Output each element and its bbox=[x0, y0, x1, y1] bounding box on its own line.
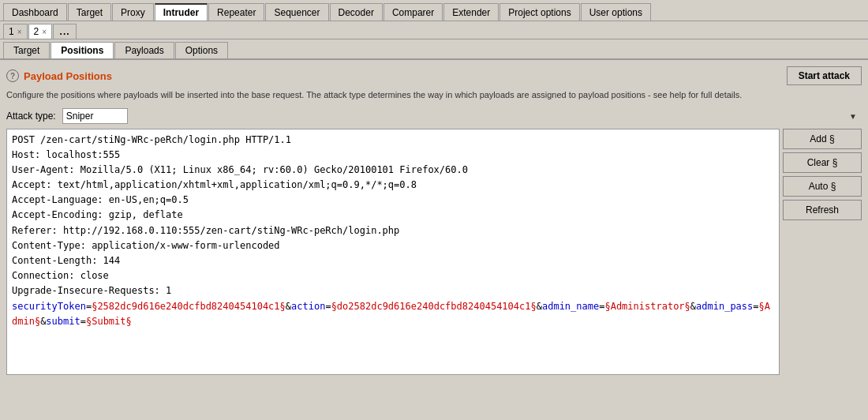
num-tab-2-label: 2 bbox=[34, 26, 39, 37]
refresh-button[interactable]: Refresh bbox=[783, 200, 862, 220]
editor-row: POST /zen-cart/stiNg-WRc-peRch/login.php… bbox=[6, 129, 862, 375]
tab-project-options[interactable]: Project options bbox=[499, 3, 579, 21]
tab-decoder[interactable]: Decoder bbox=[330, 3, 383, 21]
attack-type-select-wrapper: Sniper Battering ram Pitchfork Cluster b… bbox=[62, 108, 862, 124]
main-content: ? Payload Positions Start attack Configu… bbox=[0, 60, 868, 375]
tab-extender[interactable]: Extender bbox=[443, 3, 499, 21]
sub-tab-positions[interactable]: Positions bbox=[51, 42, 114, 58]
attack-type-select[interactable]: Sniper Battering ram Pitchfork Cluster b… bbox=[62, 108, 128, 124]
attack-type-row: Attack type: Sniper Battering ram Pitchf… bbox=[6, 108, 862, 124]
section-title: Payload Positions bbox=[24, 70, 112, 82]
editor-container: POST /zen-cart/stiNg-WRc-peRch/login.php… bbox=[6, 129, 780, 375]
editor-content[interactable]: POST /zen-cart/stiNg-WRc-peRch/login.php… bbox=[7, 129, 779, 374]
num-tab-1[interactable]: 1 × bbox=[3, 24, 28, 39]
tab-target[interactable]: Target bbox=[68, 3, 111, 21]
clear-button[interactable]: Clear § bbox=[783, 152, 862, 173]
sub-tab-options[interactable]: Options bbox=[175, 42, 228, 58]
num-tab-2-close[interactable]: × bbox=[42, 28, 47, 36]
attack-type-label: Attack type: bbox=[6, 111, 56, 122]
num-tab-1-close[interactable]: × bbox=[17, 28, 22, 36]
tab-dashboard[interactable]: Dashboard bbox=[3, 3, 67, 21]
tab-intruder[interactable]: Intruder bbox=[155, 3, 208, 21]
section-description: Configure the positions where payloads w… bbox=[6, 88, 862, 102]
add-button[interactable]: Add § bbox=[783, 129, 862, 149]
tab-repeater[interactable]: Repeater bbox=[208, 3, 264, 21]
num-tab-2[interactable]: 2 × bbox=[28, 24, 53, 39]
top-nav: Dashboard Target Proxy Intruder Repeater… bbox=[0, 0, 868, 21]
tab-sequencer[interactable]: Sequencer bbox=[265, 3, 328, 21]
num-tab-1-label: 1 bbox=[9, 26, 14, 37]
num-tab-more-label: ... bbox=[60, 26, 70, 37]
sub-tabs-bar: Target Positions Payloads Options bbox=[0, 39, 868, 60]
auto-button[interactable]: Auto § bbox=[783, 176, 862, 197]
tab-proxy[interactable]: Proxy bbox=[112, 3, 154, 21]
num-tabs-bar: 1 × 2 × ... bbox=[0, 21, 868, 39]
start-attack-button[interactable]: Start attack bbox=[787, 66, 862, 85]
sub-tab-target[interactable]: Target bbox=[3, 42, 50, 58]
tab-user-options[interactable]: User options bbox=[581, 3, 651, 21]
sub-tab-payloads[interactable]: Payloads bbox=[114, 42, 174, 58]
side-buttons: Add § Clear § Auto § Refresh bbox=[783, 129, 862, 375]
section-header: ? Payload Positions Start attack bbox=[6, 66, 862, 85]
help-icon[interactable]: ? bbox=[6, 69, 19, 82]
tab-comparer[interactable]: Comparer bbox=[383, 3, 443, 21]
num-tab-more[interactable]: ... bbox=[53, 24, 77, 39]
